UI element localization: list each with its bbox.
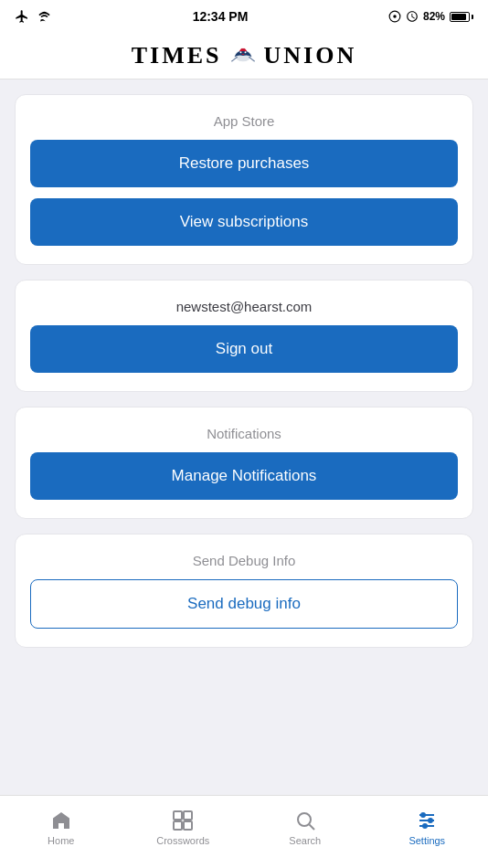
notifications-card: Notifications Manage Notifications	[15, 407, 473, 519]
svg-rect-5	[174, 811, 182, 820]
svg-point-16	[423, 824, 427, 828]
home-icon	[50, 810, 72, 831]
restore-purchases-button[interactable]: Restore purchases	[30, 140, 458, 187]
svg-point-14	[421, 813, 425, 817]
account-email: newstest@hearst.com	[30, 299, 458, 314]
debug-card: Send Debug Info Send debug info	[15, 534, 473, 648]
manage-notifications-button[interactable]: Manage Notifications	[30, 452, 458, 500]
airplane-icon	[15, 9, 29, 24]
nav-label-home: Home	[48, 835, 74, 846]
status-right: 82%	[388, 10, 473, 23]
battery-icon	[450, 12, 473, 22]
sign-out-button[interactable]: Sign out	[30, 325, 458, 373]
logo-union: Union	[264, 42, 357, 69]
nav-label-search: Search	[289, 835, 321, 846]
logo-times: Times	[132, 42, 222, 69]
nav-item-home[interactable]: Home	[0, 796, 122, 859]
nav-item-settings[interactable]: Settings	[366, 796, 489, 859]
nav-item-crosswords[interactable]: Crosswords	[122, 796, 245, 859]
svg-line-10	[309, 824, 314, 830]
debug-label: Send Debug Info	[30, 553, 458, 568]
account-card: newstest@hearst.com Sign out	[15, 280, 473, 392]
notifications-label: Notifications	[30, 426, 458, 441]
status-time: 12:34 PM	[193, 9, 249, 24]
send-debug-button[interactable]: Send debug info	[30, 579, 458, 629]
app-header: Times Union	[0, 33, 488, 79]
nav-label-settings: Settings	[408, 835, 445, 846]
svg-rect-6	[184, 811, 192, 820]
nav-item-search[interactable]: Search	[244, 796, 366, 859]
svg-point-1	[393, 15, 397, 18]
svg-point-3	[239, 51, 241, 53]
status-left	[15, 9, 52, 24]
svg-point-9	[298, 813, 311, 826]
alarm-icon	[406, 10, 419, 23]
svg-point-15	[429, 819, 432, 822]
settings-icon	[416, 810, 438, 831]
svg-rect-7	[174, 821, 182, 830]
status-bar: 12:34 PM 82%	[0, 0, 488, 33]
logo-eagle-icon	[226, 42, 260, 69]
main-content: App Store Restore purchases View subscri…	[0, 79, 488, 795]
crosswords-icon	[172, 810, 194, 831]
app-store-label: App Store	[30, 113, 458, 129]
location-icon	[388, 10, 401, 23]
wifi-icon	[37, 10, 52, 23]
nav-label-crosswords: Crosswords	[156, 835, 209, 846]
app-store-card: App Store Restore purchases View subscri…	[15, 94, 473, 265]
search-icon	[294, 810, 316, 831]
bottom-nav: Home Crosswords Search Settings	[0, 795, 488, 868]
view-subscriptions-button[interactable]: View subscriptions	[30, 198, 458, 246]
battery-percent: 82%	[423, 10, 445, 23]
svg-point-4	[244, 51, 246, 53]
svg-rect-8	[184, 821, 192, 830]
app-logo: Times Union	[132, 42, 356, 69]
